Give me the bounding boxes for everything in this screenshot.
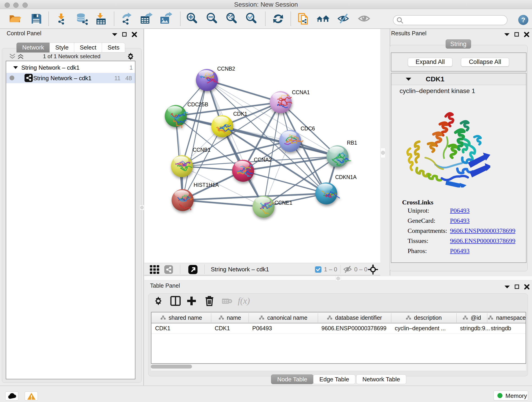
svg-text:RB1: RB1 [347,140,357,146]
svg-text:CCNE1: CCNE1 [274,200,292,206]
svg-text:CDC6: CDC6 [301,126,315,132]
svg-text:CDK1: CDK1 [233,111,247,117]
svg-text:CCNA2: CCNA2 [254,157,272,163]
svg-text:HIST1H1A: HIST1H1A [194,182,219,188]
svg-text:CCNB2: CCNB2 [217,66,235,72]
svg-text:CCNA1: CCNA1 [292,89,310,95]
svg-text:CCNB1: CCNB1 [193,147,210,153]
svg-text:CDC25B: CDC25B [187,102,208,108]
svg-text:CDKN1A: CDKN1A [335,174,357,180]
